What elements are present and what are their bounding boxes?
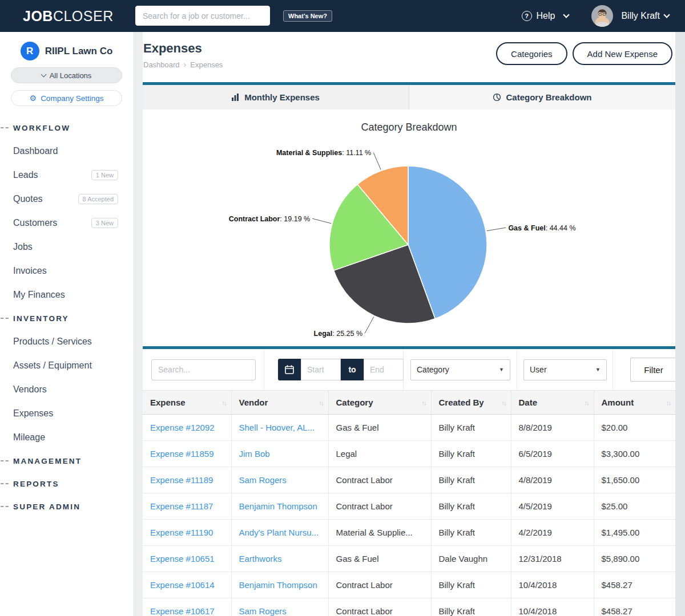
- vendor-link[interactable]: Sam Rogers: [239, 475, 287, 485]
- sidebar-section-super-admin[interactable]: SUPER ADMIN: [0, 495, 133, 518]
- expense-link: Expense #11187: [143, 493, 231, 520]
- help-menu[interactable]: ? Help: [522, 11, 569, 21]
- sort-icon[interactable]: ↑↓: [319, 399, 323, 406]
- sidebar-item-assets-equipment[interactable]: Assets / Equipment: [0, 354, 133, 378]
- column-label: Expense: [150, 398, 186, 407]
- company-switcher[interactable]: R RIIPL Lawn Co: [0, 42, 133, 60]
- vendor-link[interactable]: Andy's Plant Nursu...: [239, 528, 319, 537]
- filter-date-group: to: [264, 349, 404, 390]
- column-header-date[interactable]: Date↑↓: [511, 391, 594, 415]
- vendor-link[interactable]: Benjamin Thompson: [239, 501, 317, 511]
- sidebar-section-inventory[interactable]: INVENTORY: [0, 307, 133, 330]
- created-by-cell: Billy Kraft: [431, 467, 511, 493]
- date-cell: 4/2/2019: [511, 520, 594, 546]
- column-header-expense[interactable]: Expense↑↓: [143, 391, 231, 415]
- expense-link[interactable]: Expense #12092: [150, 423, 215, 432]
- expense-link[interactable]: Expense #10617: [150, 606, 215, 616]
- sidebar-section-reports[interactable]: REPORTS: [0, 472, 133, 495]
- category-cell: Contract Labor: [328, 467, 431, 493]
- sidebar-item-customers[interactable]: Customers3 New: [0, 211, 133, 235]
- filter-action-group: Filter: [613, 349, 677, 390]
- date-cell: 6/5/2019: [511, 441, 594, 467]
- gear-icon: ⚙: [30, 94, 37, 102]
- sort-icon[interactable]: ↑↓: [666, 399, 670, 406]
- expense-link[interactable]: Expense #11859: [150, 449, 213, 459]
- sidebar-item-leads[interactable]: Leads1 New: [0, 163, 133, 187]
- pie-label-connector: [487, 228, 506, 231]
- chart-title: Category Breakdown: [143, 121, 675, 133]
- breadcrumb-dashboard[interactable]: Dashboard: [143, 60, 180, 69]
- column-label: Category: [336, 398, 373, 407]
- sidebar-item-quotes[interactable]: Quotes8 Accepted: [0, 187, 133, 211]
- tab-monthly-expenses[interactable]: Monthly Expenses: [143, 85, 409, 110]
- section-label: WORKFLOW: [13, 124, 70, 132]
- chart-tabs: Monthly ExpensesCategory Breakdown: [143, 82, 675, 110]
- sidebar-nav: WORKFLOWDashboardLeads1 NewQuotes8 Accep…: [0, 106, 133, 518]
- help-icon: ?: [522, 11, 532, 21]
- expense-link[interactable]: Expense #11189: [150, 475, 213, 485]
- add-new-expense-button[interactable]: Add New Expense: [573, 42, 672, 65]
- user-select[interactable]: User ▼: [523, 359, 607, 380]
- vendor-link[interactable]: Sam Rogers: [239, 606, 287, 616]
- chart-panel: Gas & Fuel: 44.44 %Legal: 25.25 %Contrac…: [143, 110, 675, 346]
- sidebar-item-expenses[interactable]: Expenses: [0, 402, 133, 425]
- amount-cell: $458.27: [594, 572, 675, 598]
- sort-icon[interactable]: ↑↓: [222, 399, 226, 406]
- pie-chart[interactable]: Gas & Fuel: 44.44 %Legal: 25.25 %Contrac…: [143, 110, 675, 346]
- sidebar-item-mileage[interactable]: Mileage: [0, 425, 133, 449]
- user-avatar[interactable]: [591, 5, 613, 27]
- page-title: Expenses: [143, 41, 202, 56]
- sort-icon[interactable]: ↑↓: [422, 399, 426, 406]
- created-by-cell: Billy Kraft: [431, 441, 511, 467]
- vendor-link[interactable]: Jim Bob: [239, 449, 270, 459]
- column-header-created-by[interactable]: Created By↑↓: [431, 391, 511, 415]
- sidebar-section-management[interactable]: MANAGEMENT: [0, 449, 133, 472]
- whats-new-button[interactable]: What's New?: [283, 10, 332, 22]
- column-label: Amount: [602, 398, 634, 407]
- user-menu[interactable]: Billy Kraft: [621, 11, 669, 21]
- vendor-link[interactable]: Shell - Hoover, AL...: [239, 423, 315, 432]
- vendor-link[interactable]: Earthworks: [239, 554, 282, 564]
- global-search-input[interactable]: [135, 6, 270, 26]
- date-end-input[interactable]: [364, 359, 404, 380]
- expense-link[interactable]: Expense #11187: [150, 501, 213, 511]
- column-header-category[interactable]: Category↑↓: [328, 391, 431, 415]
- sidebar-item-vendors[interactable]: Vendors: [0, 378, 133, 402]
- app-logo[interactable]: JOBCLOSER: [23, 8, 114, 25]
- sidebar-item-label: Invoices: [13, 266, 47, 276]
- sidebar-item-my-finances[interactable]: My Finances: [0, 283, 133, 307]
- pie-label-material-supplies: Material & Supplies: 11.11 %: [276, 149, 371, 157]
- filter-search-group: [143, 349, 264, 390]
- column-header-amount[interactable]: Amount↑↓: [594, 391, 675, 415]
- sidebar-item-products-services[interactable]: Products / Services: [0, 330, 133, 354]
- expense-link[interactable]: Expense #10614: [150, 580, 215, 590]
- table-row: Expense #11859Jim BobLegalBilly Kraft6/5…: [143, 441, 675, 467]
- expense-link[interactable]: Expense #11190: [150, 528, 213, 537]
- sidebar-item-dashboard[interactable]: Dashboard: [0, 139, 133, 163]
- expenses-table: Expense↑↓Vendor↑↓Category↑↓Created By↑↓D…: [143, 390, 675, 616]
- pie-label-connector: [312, 218, 331, 224]
- company-settings-button[interactable]: ⚙ Company Settings: [11, 90, 122, 106]
- sidebar-section-workflow[interactable]: WORKFLOW: [0, 116, 133, 139]
- table-search-input[interactable]: [151, 359, 256, 380]
- sort-icon[interactable]: ↑↓: [502, 399, 506, 406]
- sort-icon[interactable]: ↑↓: [585, 399, 589, 406]
- category-select[interactable]: Category ▼: [410, 359, 510, 380]
- created-by-cell: Billy Kraft: [431, 493, 511, 520]
- tab-category-breakdown[interactable]: Category Breakdown: [409, 85, 675, 110]
- all-locations-dropdown[interactable]: All Locations: [11, 67, 122, 83]
- categories-button[interactable]: Categories: [496, 42, 567, 65]
- page-scrollbar[interactable]: [675, 32, 685, 616]
- column-header-vendor[interactable]: Vendor↑↓: [231, 391, 328, 415]
- table-header-row: Expense↑↓Vendor↑↓Category↑↓Created By↑↓D…: [143, 391, 675, 415]
- column-label: Created By: [439, 398, 484, 407]
- calendar-button[interactable]: [278, 359, 301, 380]
- sidebar-item-invoices[interactable]: Invoices: [0, 259, 133, 283]
- created-by-cell: Billy Kraft: [431, 520, 511, 546]
- expense-link[interactable]: Expense #10651: [150, 554, 215, 564]
- pie-label-connector: [365, 317, 374, 333]
- vendor-link[interactable]: Benjamin Thompson: [239, 580, 317, 590]
- sidebar-item-jobs[interactable]: Jobs: [0, 235, 133, 259]
- filter-button[interactable]: Filter: [630, 358, 677, 382]
- date-start-input[interactable]: [301, 359, 341, 380]
